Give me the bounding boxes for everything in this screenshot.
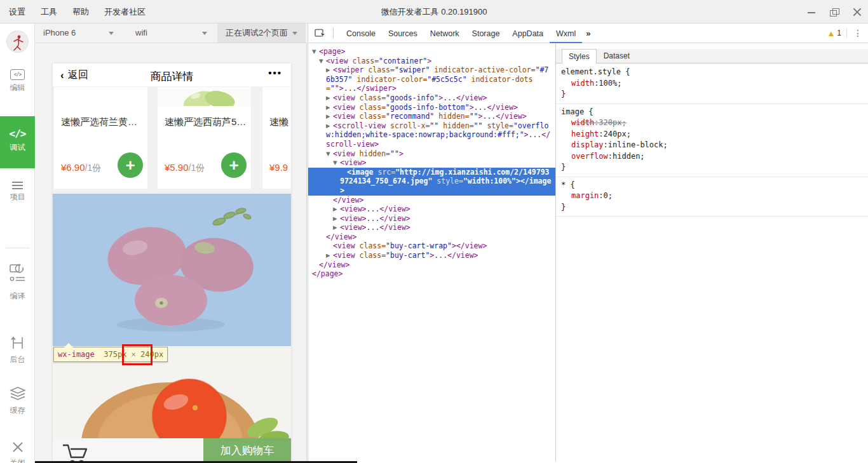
sidebar-item-debug[interactable]: </>调试 (0, 116, 35, 168)
collapsed-arrow-icon[interactable]: ▶ (326, 93, 333, 103)
add-to-cart-button[interactable]: 加入购物车 (203, 438, 291, 463)
debug-status-dropdown[interactable]: 正在调试2个页面 (217, 23, 306, 43)
css-property[interactable]: overflow:hidden; (561, 151, 864, 163)
wxml-node[interactable]: </view> (308, 196, 555, 205)
product-card[interactable]: 速懒严选西葫芦5…¥5.90/1份+ (158, 87, 251, 189)
expanded-arrow-icon[interactable]: ▼ (312, 47, 319, 57)
wxml-node[interactable]: <view class="buy-cart-wrap"></view> (308, 241, 555, 251)
css-selector[interactable]: element.style { (561, 67, 864, 78)
cart-icon (60, 442, 90, 463)
wxml-node[interactable]: ▼<view hidden=""> (308, 149, 555, 159)
debug-status-label: 正在调试2个页面 (226, 27, 288, 39)
wxml-node[interactable]: </view> (308, 232, 555, 242)
wxml-node[interactable]: ▶<view class="goods-info-bottom">...</vi… (308, 103, 555, 112)
avatar[interactable] (6, 30, 29, 53)
css-property[interactable]: width:320px; (561, 117, 864, 129)
wxml-node[interactable]: ▼<view> (308, 158, 555, 168)
sidebar-item-label: 缓存 (0, 405, 35, 416)
minimize-button[interactable] (807, 8, 816, 17)
dancer-figure-icon (7, 31, 29, 53)
sidebar-item-cache[interactable]: 缓存 (0, 383, 35, 420)
close-icon (0, 441, 35, 455)
restore-button[interactable] (830, 8, 839, 17)
wxml-node[interactable]: ▼<page> (308, 47, 555, 57)
add-product-button[interactable]: + (221, 152, 247, 178)
buy-bar: 加入购物车 (53, 438, 291, 463)
sidebar-item-compile[interactable]: 编译 (0, 260, 35, 311)
css-selector[interactable]: * { (561, 180, 864, 191)
expanded-arrow-icon[interactable]: ▼ (326, 149, 333, 159)
menu-item-帮助[interactable]: 帮助 (72, 6, 89, 18)
styles-tab-styles[interactable]: Styles (562, 49, 597, 64)
add-product-button[interactable]: + (118, 152, 143, 178)
wxml-node[interactable]: ▶<scroll-view scroll-x="" hidden="" styl… (308, 121, 555, 149)
cart-zone[interactable] (53, 438, 203, 463)
more-tabs-button[interactable]: » (582, 29, 594, 38)
annotation-red-box (122, 344, 153, 365)
device-select[interactable]: iPhone 6 (43, 28, 76, 37)
devtools-tab-storage[interactable]: Storage (466, 23, 506, 43)
menu-item-工具[interactable]: 工具 (41, 6, 57, 18)
collapsed-arrow-icon[interactable]: ▶ (333, 214, 340, 224)
product-price: ¥6.90/1份 (61, 162, 101, 174)
sidebar-item-project[interactable]: 项目 (0, 176, 35, 213)
device-caret-icon[interactable] (109, 32, 114, 35)
simulator-toolbar: iPhone 6 wifi 正在调试2个页面 (35, 23, 307, 43)
network-select[interactable]: wifi (135, 28, 147, 37)
devtools-tab-appdata[interactable]: AppData (506, 23, 550, 43)
wxml-node[interactable]: ▶<view>...</view> (308, 205, 555, 214)
devtools-tab-wxml[interactable]: Wxml (550, 23, 582, 43)
arrow-spacer (340, 168, 347, 177)
warning-counter[interactable]: ▲ 1 (827, 29, 847, 38)
kebab-menu-icon[interactable]: ⋮ (853, 28, 862, 38)
wxml-node-selected[interactable]: <image src="http://img.xianzaishi.com/2/… (308, 168, 555, 196)
wxml-node[interactable]: ▶<swiper class="swiper" indicator-active… (308, 65, 555, 93)
css-property[interactable]: display:inline-block; (561, 140, 864, 151)
expanded-arrow-icon[interactable]: ▼ (333, 158, 340, 168)
sidebar-item-close[interactable]: 关闭 (0, 437, 35, 463)
wxml-node[interactable]: </page> (308, 269, 555, 279)
css-property[interactable]: width:100%; (561, 78, 864, 90)
collapsed-arrow-icon[interactable]: ▶ (326, 121, 333, 131)
inspect-element-icon[interactable] (314, 27, 327, 39)
collapsed-arrow-icon[interactable]: ▶ (326, 65, 333, 75)
collapsed-arrow-icon[interactable]: ▶ (326, 103, 333, 112)
expanded-arrow-icon[interactable]: ▼ (319, 57, 326, 66)
backend-icon (0, 336, 35, 352)
menu-item-设置[interactable]: 设置 (9, 6, 25, 18)
css-rules: element.style {width:100%;}image {width:… (556, 64, 868, 217)
collapsed-arrow-icon[interactable]: ▶ (326, 251, 333, 260)
wxml-node[interactable]: </view> (308, 260, 555, 270)
debug-icon: </> (0, 128, 35, 140)
arrow-spacer (326, 241, 333, 251)
css-selector[interactable]: image { (561, 107, 864, 118)
wxml-node[interactable]: ▶<view class="goods-info">...</view> (308, 93, 555, 103)
network-caret-icon[interactable] (202, 32, 207, 35)
styles-tab-dataset[interactable]: Dataset (597, 48, 637, 63)
more-menu-icon[interactable]: ••• (268, 67, 282, 78)
sidebar-item-backend[interactable]: 后台 (0, 332, 35, 368)
menu-item-开发者社区[interactable]: 开发者社区 (104, 6, 146, 18)
devtools-tab-network[interactable]: Network (424, 23, 466, 43)
devtools-tab-console[interactable]: Console (340, 23, 382, 43)
product-card[interactable]: 速懒严选荷兰黄…¥6.90/1份+ (54, 87, 147, 189)
sidebar-item-label: 关闭 (0, 458, 35, 463)
mini-program-navbar: ‹ 返回 商品详情 ••• (53, 64, 291, 87)
devtools-tab-sources[interactable]: Sources (382, 23, 424, 43)
css-property[interactable]: height:240px; (561, 129, 864, 140)
product-scroll-list[interactable]: 速懒严选荷兰黄…¥6.90/1份+速懒严选西葫芦5…¥5.90/1份+速懒¥9.… (53, 87, 291, 194)
simulator-panel: iPhone 6 wifi 正在调试2个页面 ‹ 返回 商品详情 ••• 速懒严… (35, 23, 307, 463)
collapsed-arrow-icon[interactable]: ▶ (333, 223, 340, 232)
titlebar: 设置工具帮助开发者社区 微信开发者工具 0.20.191900 (0, 0, 868, 23)
wxml-node[interactable]: ▼<view class="container"> (308, 57, 555, 66)
wxml-node[interactable]: ▶<view>...</view> (308, 214, 555, 224)
wxml-node[interactable]: ▶<view>...</view> (308, 223, 555, 232)
collapsed-arrow-icon[interactable]: ▶ (333, 205, 340, 214)
css-property[interactable]: margin:0; (561, 191, 864, 202)
close-window-button[interactable] (853, 8, 862, 17)
wxml-node[interactable]: ▶<view class="buy-cart">...</view> (308, 251, 555, 260)
wxml-node[interactable]: ▶<view class="recommand" hidden="">...</… (308, 112, 555, 121)
sidebar-item-edit[interactable]: </>编辑 (0, 65, 35, 102)
collapsed-arrow-icon[interactable]: ▶ (326, 112, 333, 121)
product-card[interactable]: 速懒¥9.9+ (262, 87, 291, 189)
